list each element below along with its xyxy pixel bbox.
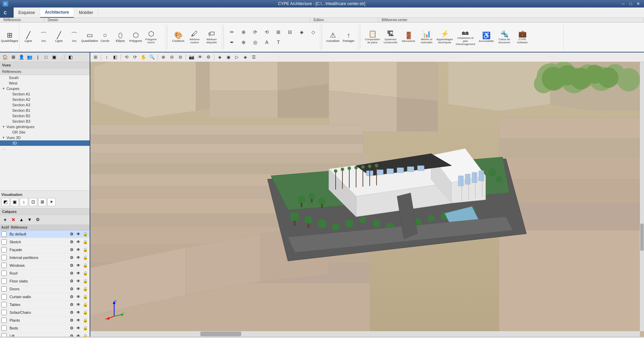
text-button[interactable]: A xyxy=(261,37,272,47)
section-b1[interactable]: Section B1 xyxy=(0,108,90,113)
ligne-button[interactable]: ╱ Ligne xyxy=(21,27,36,47)
calque-settings-btn[interactable]: ⚙ xyxy=(68,317,75,323)
transform-button[interactable]: ◇ xyxy=(308,27,319,37)
calque-lock-btn[interactable]: 🔒 xyxy=(82,278,88,284)
vp-btn-layout[interactable]: ⊞ xyxy=(92,53,99,61)
vp-btn-eye[interactable]: 👁 xyxy=(196,53,204,61)
vis-btn-1[interactable]: ◩ xyxy=(1,198,10,206)
more-items[interactable]: ··· xyxy=(0,146,90,152)
calque-eye-btn[interactable]: 👁 xyxy=(75,294,81,300)
quadrilatere-button[interactable]: ▭ Quadrilatère xyxy=(82,27,97,47)
vp-btn-hand[interactable]: ✋ xyxy=(140,53,147,61)
vis-btn-5[interactable]: ⊞ xyxy=(38,198,46,206)
calque-eye-btn[interactable]: 👁 xyxy=(75,270,81,276)
panel-btn-cube[interactable]: ⬜ xyxy=(59,53,66,61)
calque-lock-btn[interactable]: 🔒 xyxy=(82,302,88,308)
accessibilite-button[interactable]: ♿ Accessibilité xyxy=(477,27,495,47)
panel-btn-box2[interactable]: ▣ xyxy=(50,53,58,61)
calque-settings-btn[interactable]: ⚙ xyxy=(68,270,75,276)
vp-btn-settings[interactable]: ⚙ xyxy=(205,53,212,61)
cype-software-button[interactable]: 💼 CYPE Software xyxy=(513,27,531,47)
calque-settings-btn[interactable]: ⚙ xyxy=(68,302,75,308)
calque-settings-btn[interactable]: ⚙ xyxy=(68,333,75,337)
calque-eye-btn[interactable]: 👁 xyxy=(75,231,81,237)
grid-button[interactable]: ⊟ xyxy=(285,27,295,37)
calque-checkbox[interactable] xyxy=(1,294,7,299)
close-button[interactable]: ✕ xyxy=(635,1,641,7)
vues-header[interactable]: Vues xyxy=(0,62,90,68)
attribuer-couleur-button[interactable]: 🖊 Attribuer couleur xyxy=(186,27,203,47)
vp-btn-fit[interactable]: ⊘ xyxy=(177,53,184,61)
view-south[interactable]: South xyxy=(0,75,90,80)
section-a1[interactable]: Section A1 xyxy=(0,91,90,97)
calque-eye-btn[interactable]: 👁 xyxy=(75,239,81,245)
calque-add-button[interactable]: + xyxy=(1,216,9,224)
calque-lock-btn[interactable]: 🔒 xyxy=(82,294,88,300)
calque-checkbox[interactable] xyxy=(1,263,7,268)
calque-checkbox[interactable] xyxy=(1,286,7,292)
view-west[interactable]: West xyxy=(0,80,90,86)
calque-eye-btn[interactable]: 👁 xyxy=(75,278,81,284)
calque-checkbox[interactable] xyxy=(1,310,7,315)
minimize-button[interactable]: ─ xyxy=(620,1,626,7)
vp-btn-extra3[interactable]: ▷ xyxy=(233,53,241,61)
section-b2[interactable]: Section B2 xyxy=(0,113,90,119)
maximize-button[interactable]: □ xyxy=(628,1,634,7)
calque-up-button[interactable]: ▲ xyxy=(18,216,25,224)
vp-btn-extra2[interactable]: ◉ xyxy=(225,53,232,61)
calque-lock-btn[interactable]: 🔒 xyxy=(82,247,88,253)
pen-button[interactable]: ✒ xyxy=(227,37,237,47)
viewport-scrollbar-horizontal[interactable] xyxy=(90,331,640,337)
vp-btn-redo[interactable]: ⟳ xyxy=(131,53,139,61)
partager-button[interactable]: ↑ Partager xyxy=(341,27,356,47)
quadrillages-button[interactable]: ⊞ Quadrillages xyxy=(2,27,17,47)
calque-lock-btn[interactable]: 🔒 xyxy=(82,333,88,337)
calque-settings-btn[interactable]: ⚙ xyxy=(68,286,75,292)
calque-lock-btn[interactable]: 🔒 xyxy=(82,325,88,331)
cercle-button[interactable]: ○ Cercle xyxy=(97,27,112,47)
metres-button[interactable]: 📊 Métrés et estimatifs xyxy=(418,27,435,47)
vp-btn-zoom-in[interactable]: ⊕ xyxy=(159,53,167,61)
viewport[interactable]: ⊞ ↕ ◧ ⟲ ⟳ ✋ 🔍 ⊕ ⊖ ⊘ 📷 👁 ⚙ ◈ ◉ ▷ ◈ ☰ xyxy=(90,52,644,337)
calque-eye-btn[interactable]: 👁 xyxy=(75,325,81,331)
panel-btn-box[interactable]: □ xyxy=(42,53,50,61)
panel-btn-dash[interactable]: | xyxy=(34,53,42,61)
vp-btn-extra4[interactable]: ◈ xyxy=(242,53,249,61)
calque-lock-btn[interactable]: 🔒 xyxy=(82,309,88,316)
calque-eye-btn[interactable]: 👁 xyxy=(75,262,81,268)
actualiser-button[interactable]: ⚠ Actualiser xyxy=(325,27,340,47)
ligne2-button[interactable]: ╱ Ligne xyxy=(51,27,66,47)
panel-btn-person2[interactable]: 👥 xyxy=(26,53,33,61)
calque-checkbox[interactable] xyxy=(1,239,7,245)
vp-btn-zoom[interactable]: 🔍 xyxy=(148,53,156,61)
rotate2-button[interactable]: ⟲ xyxy=(261,27,272,37)
vp-btn-undo[interactable]: ⟲ xyxy=(123,53,130,61)
vp-btn-resize[interactable]: ↕ xyxy=(103,53,110,61)
scrollbar-thumb-h[interactable] xyxy=(200,332,241,336)
calque-checkbox[interactable] xyxy=(1,255,7,260)
section-a3[interactable]: Section A3 xyxy=(0,102,90,108)
systemes-button[interactable]: 🏗 Systèmes constructifs xyxy=(382,27,399,47)
calque-settings-btn[interactable]: ⚙ xyxy=(68,278,75,284)
tab-esquisse[interactable]: Esquisse xyxy=(14,7,40,18)
polygone-inscrit-button[interactable]: ⬡ Polygone inscrit xyxy=(143,27,158,47)
align-button[interactable]: ◈ xyxy=(296,27,307,37)
calque-remove-button[interactable]: ✕ xyxy=(10,216,17,224)
viewport-scrollbar-vertical[interactable] xyxy=(640,62,644,331)
vp-btn-camera[interactable]: 📷 xyxy=(188,53,195,61)
vues-generiques-group[interactable]: ▼ Vues génériques xyxy=(0,124,90,129)
polygone-button[interactable]: ⬡ Polygone xyxy=(128,27,143,47)
snap2-button[interactable]: ⊕ xyxy=(238,37,249,47)
vp-btn-zoom-out[interactable]: ⊖ xyxy=(168,53,175,61)
calque-lock-btn[interactable]: 🔒 xyxy=(82,262,88,268)
section-b3[interactable]: Section B3 xyxy=(0,119,90,124)
vis-btn-3[interactable]: ↕ xyxy=(20,198,28,206)
calque-checkbox[interactable] xyxy=(1,271,7,276)
circle2-button[interactable]: ◎ xyxy=(250,37,261,47)
coupes-group[interactable]: ▼ Coupes xyxy=(0,86,90,91)
arc2-button[interactable]: ⌒ Arc xyxy=(67,27,82,47)
references-header[interactable]: Références xyxy=(0,68,90,75)
attribuer-etiquette-button[interactable]: 🏷 Attribuer étiquette xyxy=(203,27,220,47)
edit-pencil-button[interactable]: ✏ xyxy=(227,27,237,37)
calque-checkbox[interactable] xyxy=(1,231,7,237)
